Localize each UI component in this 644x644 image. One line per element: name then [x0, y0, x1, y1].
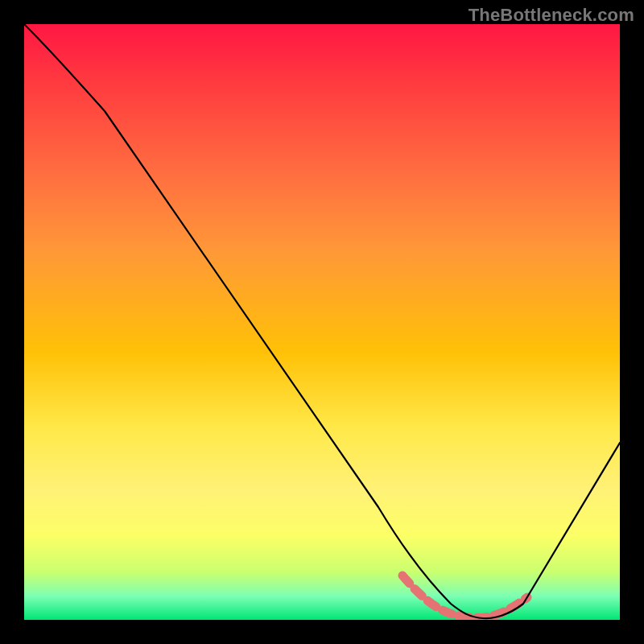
plot-area	[24, 24, 620, 620]
bottleneck-curve	[24, 24, 620, 618]
watermark-text: TheBottleneck.com	[469, 5, 634, 26]
chart-frame: TheBottleneck.com	[0, 0, 644, 644]
curve-svg	[24, 24, 620, 620]
optimal-range-highlight	[402, 576, 527, 618]
